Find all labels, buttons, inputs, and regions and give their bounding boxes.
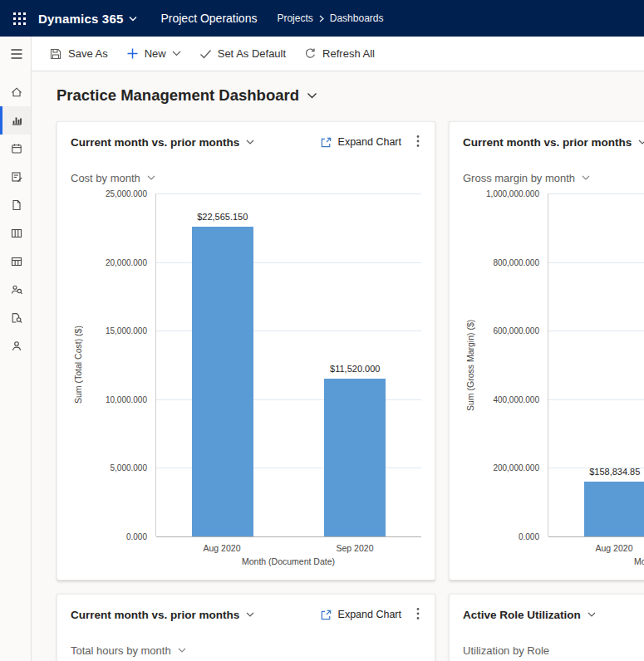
y-tick-label: 0.000: [519, 532, 539, 541]
command-bar: Save As New Set As Default: [32, 37, 644, 71]
expand-chart-button[interactable]: Expand Chart: [320, 609, 401, 621]
chart-card-cost-by-month: Current month vs. prior months: [57, 121, 435, 580]
chevron-down-icon: [246, 612, 254, 617]
card-title: Current month vs. prior months: [71, 609, 239, 621]
breadcrumb-dashboards[interactable]: Dashboards: [330, 12, 384, 24]
new-button[interactable]: New: [117, 37, 190, 71]
refresh-icon: [304, 47, 317, 60]
app-window: Dynamics 365 Project Operations Projects…: [0, 0, 644, 661]
chevron-down-icon: [638, 140, 644, 144]
board-icon[interactable]: [0, 219, 31, 247]
more-options-button[interactable]: [415, 135, 421, 150]
dashboard-cards-grid: Current month vs. prior months: [57, 121, 644, 661]
view-selector[interactable]: Current month vs. prior months: [71, 609, 254, 621]
more-options-button[interactable]: [415, 607, 421, 623]
y-tick-label: 25,000.000: [106, 189, 147, 198]
bar-value-label: $158,834.85: [589, 467, 640, 477]
y-tick-label: 20,000.000: [106, 257, 147, 267]
plot-area: $158,834.85: [548, 193, 644, 536]
plot-area: $22,565.150$11,520.000: [155, 193, 421, 536]
expand-chart-icon: [320, 136, 332, 149]
chart-view-selector[interactable]: Cost by month: [71, 170, 421, 185]
chevron-down-icon: [129, 16, 137, 22]
expand-chart-icon: [320, 609, 332, 621]
person-icon[interactable]: [0, 332, 31, 360]
view-selector[interactable]: Current month vs. prior months: [71, 136, 254, 149]
set-as-default-button[interactable]: Set As Default: [190, 37, 295, 71]
card-header: Current month vs. prior months: [71, 605, 421, 624]
chart-subtitle: Cost by month: [71, 172, 140, 184]
more-vertical-icon: [416, 607, 420, 620]
chart-card-active-role-utilization: Active Role Utilization: [449, 594, 644, 661]
chevron-down-icon: [172, 51, 181, 56]
new-label: New: [145, 47, 166, 60]
chevron-down-icon: [307, 92, 317, 99]
bar-Sep 2020[interactable]: [324, 379, 386, 536]
y-tick-label: 200,000.000: [493, 463, 539, 472]
chart-subtitle: Total hours by month: [71, 644, 171, 657]
home-icon[interactable]: [0, 78, 31, 106]
plus-icon: [126, 47, 139, 60]
main-column: Save As New Set As Default: [32, 37, 644, 661]
resource-search-icon[interactable]: [0, 276, 31, 304]
expand-chart-label: Expand Chart: [338, 609, 401, 620]
y-tick-label: 0.000: [126, 532, 147, 541]
chart-card-gross-margin-by-month: Current month vs. prior months: [449, 121, 644, 580]
bar-Aug 2020[interactable]: [192, 227, 253, 536]
y-tick-label: 800,000.000: [493, 257, 539, 267]
refresh-all-button[interactable]: Refresh All: [295, 37, 384, 71]
card-title: Current month vs. prior months: [463, 136, 632, 149]
x-tick-label: Sep 2020: [337, 543, 374, 553]
tasks-icon[interactable]: [0, 163, 31, 191]
dashboard-content: Practice Management Dashboard Current mo…: [32, 71, 644, 661]
chart-subtitle: Gross margin by month: [463, 172, 575, 184]
y-axis-ticks: 1,000,000.000800,000.000600,000.000400,0…: [478, 193, 548, 536]
y-tick-label: 15,000.000: [106, 326, 147, 335]
expand-chart-label: Expand Chart: [338, 136, 401, 148]
gridline: [156, 193, 421, 194]
page-title: Practice Management Dashboard: [57, 86, 299, 105]
save-as-label: Save As: [68, 47, 108, 60]
chevron-down-icon: [582, 175, 590, 180]
set-as-default-label: Set As Default: [218, 47, 286, 60]
chart-view-selector[interactable]: Total hours by month: [71, 643, 421, 658]
menu-icon[interactable]: [0, 37, 31, 71]
bar-Aug 2020[interactable]: [584, 482, 644, 536]
app-switcher[interactable]: Dynamics 365: [38, 12, 137, 26]
chevron-down-icon: [147, 175, 155, 180]
chevron-down-icon: [178, 648, 186, 653]
card-header: Current month vs. prior months: [71, 132, 421, 152]
breadcrumb-projects[interactable]: Projects: [277, 12, 312, 24]
view-selector[interactable]: Current month vs. prior months: [463, 136, 644, 149]
calendar-icon[interactable]: [0, 135, 31, 163]
app-area-title: Project Operations: [160, 12, 257, 25]
y-tick-label: 400,000.000: [493, 394, 539, 404]
save-as-icon: [49, 47, 62, 61]
chart-view-selector[interactable]: Gross margin by month: [463, 170, 644, 185]
card-title: Active Role Utilization: [463, 609, 581, 621]
expand-chart-button[interactable]: Expand Chart: [320, 136, 401, 149]
site-map-sidebar: [0, 37, 32, 661]
dashboard-selector[interactable]: Practice Management Dashboard: [57, 86, 644, 105]
x-tick-label: Aug 2020: [204, 543, 241, 553]
bar-chart-gross-margin-by-month: Sum (Gross Margin) ($) 1,000,000.000800,…: [463, 193, 644, 568]
y-tick-label: 600,000.000: [493, 326, 539, 335]
chevron-down-icon: [246, 140, 254, 144]
bar-chart-cost-by-month: Sum (Total Cost) ($) 25,000.00020,000.00…: [71, 193, 421, 568]
card-actions: Expand Chart: [320, 607, 421, 623]
bar-value-label: $22,565.150: [197, 212, 248, 222]
view-selector[interactable]: Active Role Utilization: [463, 609, 596, 621]
chart-view-selector[interactable]: Utilization by Role: [463, 643, 644, 658]
y-axis-title: Sum (Total Cost) ($): [71, 193, 86, 536]
document-icon[interactable]: [0, 191, 31, 219]
save-as-button[interactable]: Save As: [40, 37, 117, 71]
dashboards-icon[interactable]: [0, 106, 31, 135]
table-icon[interactable]: [0, 247, 31, 276]
app-launcher-icon[interactable]: [0, 0, 38, 37]
gridline: [548, 330, 644, 331]
refresh-all-label: Refresh All: [322, 47, 375, 60]
gridline: [548, 262, 644, 263]
gridline: [548, 399, 644, 400]
document-search-icon[interactable]: [0, 304, 31, 332]
brand-title: Dynamics 365: [38, 12, 123, 26]
